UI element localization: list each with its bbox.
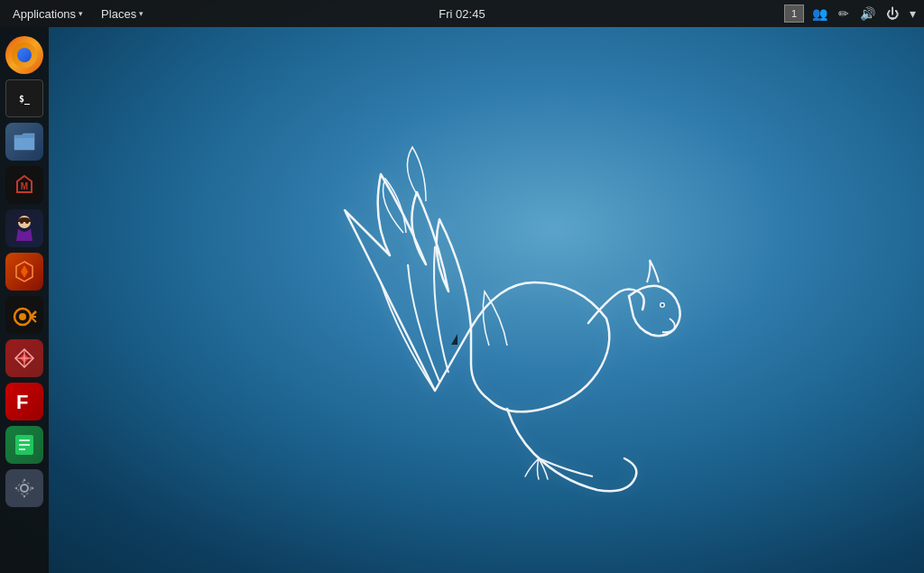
panel-clock: Fri 02:45 [439,7,485,21]
svg-point-16 [21,485,28,492]
dragon-logo-container [90,45,924,573]
places-arrow: ▾ [139,9,143,18]
svg-point-3 [25,220,29,224]
panel-right: 1 👥 ✏ 🔊 ⏻ ▾ [784,5,919,23]
pen-icon[interactable]: ✏ [836,5,852,23]
places-menu[interactable]: Places ▾ [94,5,151,23]
dock-item-exploit[interactable] [5,339,43,377]
freecad-icon: F [13,389,36,414]
svg-text:M: M [21,181,28,191]
svg-point-19 [661,303,664,306]
top-panel: Applications ▾ Places ▾ Fri 02:45 1 👥 ✏ … [0,0,924,27]
dock-item-settings[interactable] [5,469,43,507]
notes-icon [13,433,36,457]
kali-dragon [273,102,742,517]
panel-left: Applications ▾ Places ▾ [5,5,151,23]
settings-icon [13,476,36,500]
dock-item-files[interactable] [5,123,43,161]
desktop: Applications ▾ Places ▾ Fri 02:45 1 👥 ✏ … [0,0,924,573]
dock-item-metasploit[interactable]: M [5,166,43,204]
blender-icon [12,302,37,328]
volume-icon[interactable]: 🔊 [857,5,878,23]
waifu-icon [12,214,37,243]
places-label: Places [101,7,136,21]
people-icon[interactable]: 👥 [809,5,830,23]
dock-item-terminal[interactable]: $_ [5,79,43,117]
terminal-icon: $_ [19,94,30,104]
applications-arrow: ▾ [79,9,83,18]
panel-arrow-right[interactable]: ▾ [907,5,919,23]
dock-item-waifu[interactable] [5,209,43,247]
dock-item-burpsuite[interactable] [5,253,43,291]
metasploit-icon: M [12,172,37,198]
sidebar-dock: $_ M [0,27,49,573]
applications-menu[interactable]: Applications ▾ [5,5,90,23]
mouse-cursor [451,334,457,345]
folder-icon [13,132,36,152]
svg-point-5 [19,313,26,320]
dock-item-browser[interactable] [5,36,43,74]
dock-item-freecad[interactable]: F [5,383,43,421]
power-icon[interactable]: ⏻ [883,5,901,23]
dock-item-notes[interactable] [5,426,43,464]
dock-item-blender[interactable] [5,296,43,334]
svg-point-2 [20,220,23,224]
burpsuite-icon [13,260,36,283]
workspace-indicator[interactable]: 1 [784,5,804,23]
applications-label: Applications [13,7,76,21]
svg-text:F: F [16,391,28,413]
exploit-icon [13,347,36,370]
